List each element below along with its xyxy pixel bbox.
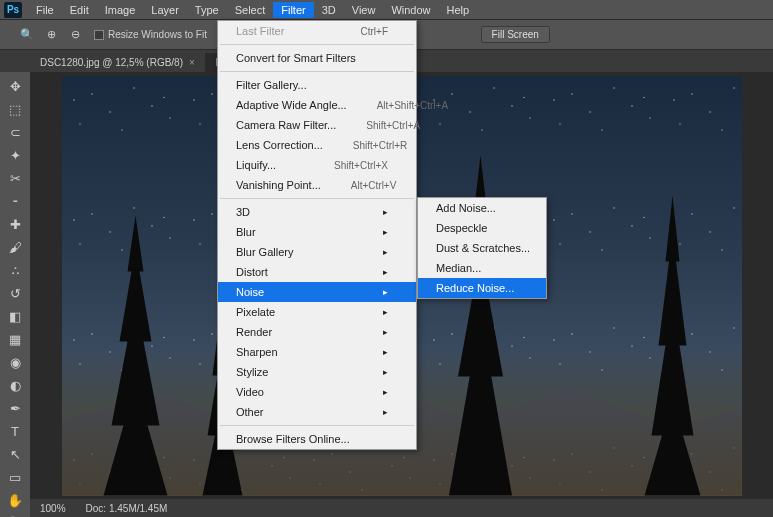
menu-item[interactable]: Add Noise...	[418, 198, 546, 218]
menu-item[interactable]: Reduce Noise...	[418, 278, 546, 298]
menu-item[interactable]: Render▸	[218, 322, 416, 342]
menu-type[interactable]: Type	[187, 2, 227, 18]
menu-item[interactable]: Distort▸	[218, 262, 416, 282]
history-brush-icon[interactable]: ↺	[4, 283, 26, 303]
lasso-tool-icon[interactable]: ⊂	[4, 122, 26, 142]
hand-tool-icon[interactable]: ✋	[4, 490, 26, 510]
resize-windows-checkbox[interactable]: Resize Windows to Fit	[94, 29, 207, 40]
menu-filter[interactable]: Filter	[273, 2, 313, 18]
menu-item[interactable]: Filter Gallery...	[218, 75, 416, 95]
menu-item[interactable]: Noise▸	[218, 282, 416, 302]
menu-select[interactable]: Select	[227, 2, 274, 18]
wand-tool-icon[interactable]: ✦	[4, 145, 26, 165]
menu-item[interactable]: Median...	[418, 258, 546, 278]
app-logo: Ps	[4, 2, 22, 18]
doc-size: Doc: 1.45M/1.45M	[86, 503, 168, 514]
crop-tool-icon[interactable]: ✂	[4, 168, 26, 188]
chevron-right-icon: ▸	[383, 267, 388, 277]
menu-item[interactable]: Other▸	[218, 402, 416, 422]
close-icon[interactable]: ×	[189, 57, 195, 68]
menu-item[interactable]: Stylize▸	[218, 362, 416, 382]
move-tool-icon[interactable]: ✥	[4, 76, 26, 96]
filter-menu: Last FilterCtrl+FConvert for Smart Filte…	[217, 20, 417, 450]
menu-item[interactable]: Blur▸	[218, 222, 416, 242]
chevron-right-icon: ▸	[383, 307, 388, 317]
chevron-right-icon: ▸	[383, 287, 388, 297]
menu-item: Last FilterCtrl+F	[218, 21, 416, 41]
menu-item[interactable]: Convert for Smart Filters	[218, 48, 416, 68]
menu-item[interactable]: Lens Correction...Shift+Ctrl+R	[218, 135, 416, 155]
document-tab[interactable]: DSC1280.jpg @ 12,5% (RGB/8)×	[30, 53, 206, 72]
menubar: Ps FileEditImageLayerTypeSelectFilter3DV…	[0, 0, 773, 20]
chevron-right-icon: ▸	[383, 367, 388, 377]
stamp-tool-icon[interactable]: ⛬	[4, 260, 26, 280]
path-tool-icon[interactable]: ↖	[4, 444, 26, 464]
menu-item[interactable]: 3D▸	[218, 202, 416, 222]
eyedropper-tool-icon[interactable]: ⁃	[4, 191, 26, 211]
menu-image[interactable]: Image	[97, 2, 144, 18]
menu-help[interactable]: Help	[439, 2, 478, 18]
noise-submenu: Add Noise...DespeckleDust & Scratches...…	[417, 197, 547, 299]
chevron-right-icon: ▸	[383, 347, 388, 357]
pen-tool-icon[interactable]: ✒	[4, 398, 26, 418]
gradient-tool-icon[interactable]: ▦	[4, 329, 26, 349]
menu-item[interactable]: Video▸	[218, 382, 416, 402]
menu-window[interactable]: Window	[383, 2, 438, 18]
menu-item[interactable]: Adaptive Wide Angle...Alt+Shift+Ctrl+A	[218, 95, 416, 115]
menu-layer[interactable]: Layer	[143, 2, 187, 18]
menu-item[interactable]: Vanishing Point...Alt+Ctrl+V	[218, 175, 416, 195]
menu-file[interactable]: File	[28, 2, 62, 18]
zoom-in-icon[interactable]: ⊕	[42, 26, 60, 44]
chevron-right-icon: ▸	[383, 247, 388, 257]
chevron-right-icon: ▸	[383, 227, 388, 237]
chevron-right-icon: ▸	[383, 387, 388, 397]
menu-edit[interactable]: Edit	[62, 2, 97, 18]
status-bar: 100% Doc: 1.45M/1.45M	[30, 499, 773, 517]
dodge-tool-icon[interactable]: ◐	[4, 375, 26, 395]
type-tool-icon[interactable]: T	[4, 421, 26, 441]
menu-3d[interactable]: 3D	[314, 2, 344, 18]
zoom-tool-icon[interactable]: 🔍	[4, 513, 26, 517]
fill-screen-button[interactable]: Fill Screen	[481, 26, 550, 43]
menu-item[interactable]: Blur Gallery▸	[218, 242, 416, 262]
chevron-right-icon: ▸	[383, 207, 388, 217]
menu-item[interactable]: Despeckle	[418, 218, 546, 238]
brush-tool-icon[interactable]: 🖌	[4, 237, 26, 257]
menu-item[interactable]: Dust & Scratches...	[418, 238, 546, 258]
zoom-level[interactable]: 100%	[40, 503, 66, 514]
chevron-right-icon: ▸	[383, 407, 388, 417]
zoom-out-icon[interactable]: ⊖	[66, 26, 84, 44]
menu-item[interactable]: Pixelate▸	[218, 302, 416, 322]
zoom-tool-icon[interactable]: 🔍	[18, 26, 36, 44]
blur-tool-icon[interactable]: ◉	[4, 352, 26, 372]
marquee-tool-icon[interactable]: ⬚	[4, 99, 26, 119]
chevron-right-icon: ▸	[383, 327, 388, 337]
shape-tool-icon[interactable]: ▭	[4, 467, 26, 487]
menu-item[interactable]: Sharpen▸	[218, 342, 416, 362]
menu-item[interactable]: Browse Filters Online...	[218, 429, 416, 449]
menu-item[interactable]: Camera Raw Filter...Shift+Ctrl+A	[218, 115, 416, 135]
eraser-tool-icon[interactable]: ◧	[4, 306, 26, 326]
menu-view[interactable]: View	[344, 2, 384, 18]
menu-item[interactable]: Liquify...Shift+Ctrl+X	[218, 155, 416, 175]
toolbox: ✥ ⬚ ⊂ ✦ ✂ ⁃ ✚ 🖌 ⛬ ↺ ◧ ▦ ◉ ◐ ✒ T ↖ ▭ ✋ 🔍	[0, 72, 30, 517]
heal-tool-icon[interactable]: ✚	[4, 214, 26, 234]
